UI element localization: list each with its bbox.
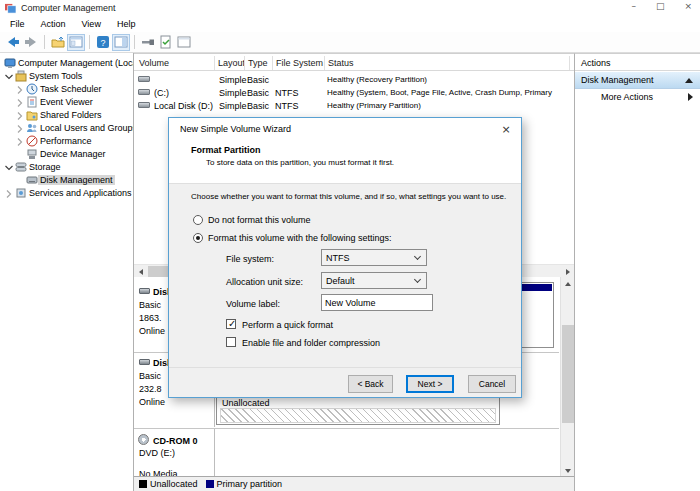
toolbar: ? bbox=[0, 32, 700, 53]
v-scrollbar-thumb[interactable] bbox=[562, 325, 574, 423]
tree-item-shared-folders[interactable]: Shared Folders bbox=[0, 109, 133, 122]
forward-icon[interactable] bbox=[22, 34, 40, 51]
compression-checkbox[interactable] bbox=[226, 337, 236, 347]
file-system-select[interactable]: NTFS bbox=[321, 249, 427, 266]
actions-pane-icon[interactable] bbox=[112, 34, 130, 51]
tree-item-computer-management-local[interactable]: Computer Management (Local bbox=[0, 57, 133, 70]
tree-item-event-viewer[interactable]: Event Viewer bbox=[0, 96, 133, 109]
legend-item-unallocated: Unallocated bbox=[139, 479, 198, 489]
maximize-button[interactable]: □ bbox=[656, 1, 665, 11]
tree-item-storage[interactable]: Storage bbox=[0, 161, 133, 174]
volume-layout: Simple bbox=[219, 101, 247, 111]
radio-format-with-settings[interactable] bbox=[193, 233, 203, 243]
column-header-layout[interactable]: Layout bbox=[215, 56, 245, 70]
chevron-right-icon[interactable] bbox=[14, 84, 25, 95]
unallocated-label: Unallocated bbox=[222, 398, 270, 408]
dialog-close-icon[interactable]: × bbox=[493, 120, 519, 139]
tree-item-label: Task Scheduler bbox=[40, 84, 102, 94]
disk-name: CD-ROM 0 bbox=[153, 436, 198, 446]
volume-row-0[interactable]: SimpleBasicHealthy (Recovery Partition) bbox=[134, 73, 574, 86]
allocation-unit-size-select[interactable]: Default bbox=[321, 272, 427, 289]
back-button[interactable]: < Back bbox=[348, 375, 393, 393]
chevron-right-icon[interactable] bbox=[14, 110, 25, 121]
tree-item-label: Performance bbox=[40, 136, 92, 146]
column-header-status[interactable]: Status bbox=[325, 56, 570, 70]
tree-item-task-scheduler[interactable]: Task Scheduler bbox=[0, 83, 133, 96]
quick-format-checkbox[interactable] bbox=[226, 319, 236, 329]
disk-type: Basic bbox=[139, 371, 161, 381]
column-header-type[interactable]: Type bbox=[245, 56, 273, 70]
legend-swatch bbox=[139, 480, 147, 488]
folder-up-icon[interactable] bbox=[49, 34, 67, 51]
divider bbox=[169, 367, 521, 368]
shared-folders-icon bbox=[26, 109, 38, 121]
back-icon[interactable] bbox=[4, 34, 22, 51]
next-button[interactable]: Next > bbox=[406, 375, 454, 393]
column-header-file-system[interactable]: File System bbox=[273, 56, 325, 70]
menu-action[interactable]: Action bbox=[33, 16, 74, 32]
volume-name: Local Disk (D:) bbox=[154, 101, 214, 111]
volume-label-input[interactable] bbox=[321, 294, 433, 311]
disk-row-cdrom-0[interactable]: CD-ROM 0 DVD (E:) No Media bbox=[134, 429, 559, 477]
scroll-up-button[interactable] bbox=[561, 277, 574, 290]
radio-do-not-format[interactable] bbox=[193, 215, 203, 225]
legend-label: Unallocated bbox=[150, 479, 198, 489]
radio-do-not-format-label: Do not format this volume bbox=[208, 215, 311, 225]
close-button[interactable]: × bbox=[684, 1, 692, 11]
volume-layout: Simple bbox=[219, 88, 247, 98]
menu-view[interactable]: View bbox=[74, 16, 109, 32]
volume-row-c[interactable]: (C:)SimpleBasicNTFSHealthy (System, Boot… bbox=[134, 86, 574, 99]
dialog-heading: Format Partition bbox=[191, 145, 261, 155]
cdrom-0-label[interactable]: CD-ROM 0 DVD (E:) No Media bbox=[136, 429, 215, 477]
tree-item-system-tools[interactable]: System Tools bbox=[0, 70, 133, 83]
tree-item-local-users-and-groups[interactable]: Local Users and Groups bbox=[0, 122, 133, 135]
disk-status: Online bbox=[139, 326, 165, 336]
volume-row-local-disk-d[interactable]: Local Disk (D:)SimpleBasicNTFSHealthy (P… bbox=[134, 99, 574, 112]
actions-section-label: Disk Management bbox=[581, 75, 654, 85]
compression-label: Enable file and folder compression bbox=[242, 338, 380, 348]
allocation-unit-size-label: Allocation unit size: bbox=[226, 277, 303, 287]
menu-help[interactable]: Help bbox=[109, 16, 144, 32]
dialog-title: New Simple Volume Wizard bbox=[180, 124, 291, 134]
tree-item-disk-management[interactable]: Disk Management bbox=[0, 174, 133, 187]
chevron-down-icon[interactable] bbox=[3, 71, 14, 82]
toolbar-separator bbox=[89, 35, 90, 49]
menu-file[interactable]: File bbox=[2, 16, 33, 32]
check-list-icon[interactable] bbox=[157, 34, 175, 51]
volume-status: Healthy (Primary Partition) bbox=[327, 101, 572, 110]
help-icon[interactable]: ? bbox=[94, 34, 112, 51]
tree-item-label: System Tools bbox=[29, 71, 82, 81]
tool-icon[interactable] bbox=[139, 34, 157, 51]
chevron-down-icon bbox=[414, 253, 421, 260]
chevron-right-icon[interactable] bbox=[14, 123, 25, 134]
more-actions-label: More Actions bbox=[601, 92, 653, 102]
chevron-right-icon[interactable] bbox=[14, 97, 25, 108]
volume-file-system: NTFS bbox=[275, 88, 325, 98]
properties-pane-icon[interactable] bbox=[175, 34, 193, 51]
tree-item-device-manager[interactable]: Device Manager bbox=[0, 148, 133, 161]
svg-text:?: ? bbox=[100, 38, 105, 48]
tree-item-performance[interactable]: Performance bbox=[0, 135, 133, 148]
services-icon bbox=[15, 187, 27, 199]
legend-item-primary-partition: Primary partition bbox=[206, 479, 283, 489]
legend-label: Primary partition bbox=[217, 479, 283, 489]
cancel-button[interactable]: Cancel bbox=[468, 375, 516, 393]
dialog-description: Choose whether you want to format this v… bbox=[191, 192, 515, 201]
collapse-icon[interactable] bbox=[685, 78, 693, 83]
volume-list-header: VolumeLayoutTypeFile SystemStatus bbox=[134, 56, 574, 71]
actions-more-actions[interactable]: More Actions bbox=[575, 89, 700, 105]
chevron-right-icon[interactable] bbox=[14, 136, 25, 147]
chevron-down-icon[interactable] bbox=[3, 162, 14, 173]
chevron-right-icon[interactable] bbox=[3, 188, 14, 199]
console-tree-icon[interactable] bbox=[67, 34, 85, 51]
allocation-unit-size-value: Default bbox=[326, 276, 355, 286]
tree-item-services-and-applications[interactable]: Services and Applications bbox=[0, 187, 133, 200]
column-header-volume[interactable]: Volume bbox=[136, 56, 215, 70]
tree-item-label: Event Viewer bbox=[40, 97, 93, 107]
actions-header: Actions bbox=[575, 56, 700, 71]
v-scrollbar[interactable] bbox=[560, 277, 574, 477]
actions-disk-management[interactable]: Disk Management bbox=[575, 72, 700, 89]
minimize-button[interactable]: – bbox=[631, 1, 636, 11]
dialog-titlebar[interactable]: New Simple Volume Wizard × bbox=[169, 118, 521, 141]
file-system-label: File system: bbox=[226, 254, 274, 264]
